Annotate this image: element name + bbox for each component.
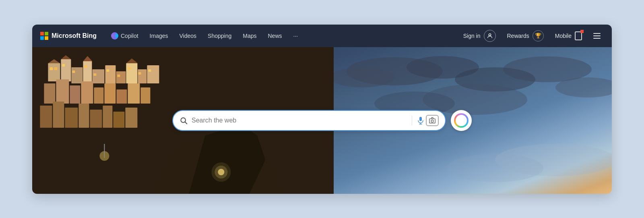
rewards-button[interactable]: Rewards 🏆 (504, 29, 547, 43)
svg-rect-37 (113, 112, 124, 128)
svg-rect-15 (83, 61, 92, 83)
svg-rect-52 (138, 72, 141, 75)
nav-item-news[interactable]: News (263, 29, 287, 42)
hamburger-line-2 (593, 35, 601, 36)
svg-rect-12 (48, 63, 60, 81)
mobile-button[interactable]: Mobile (552, 30, 585, 42)
nav-items: Copilot Images Videos Shopping Maps News… (106, 29, 460, 43)
svg-rect-53 (148, 69, 151, 72)
copilot-search-button[interactable] (451, 110, 472, 131)
copilot-icon (111, 32, 118, 39)
mobile-label: Mobile (555, 33, 572, 39)
search-divider (412, 116, 412, 125)
svg-point-67 (431, 120, 433, 122)
nav-item-videos[interactable]: Videos (175, 29, 202, 42)
svg-rect-46 (72, 71, 75, 73)
svg-rect-27 (104, 83, 116, 104)
svg-point-3 (330, 67, 394, 87)
svg-rect-49 (106, 69, 109, 72)
svg-rect-26 (94, 87, 103, 104)
svg-rect-38 (125, 108, 137, 128)
search-icon (180, 116, 188, 125)
nav-right: Sign in Rewards 🏆 Mobile (460, 28, 604, 44)
svg-rect-36 (103, 106, 112, 128)
svg-rect-63 (419, 117, 422, 121)
microphone-icon[interactable] (415, 114, 426, 127)
nav-item-images[interactable]: Images (145, 29, 173, 42)
svg-rect-28 (116, 89, 127, 104)
camera-search-icon[interactable] (426, 115, 439, 126)
nav-item-more-label: ··· (293, 33, 298, 39)
hamburger-menu[interactable] (590, 30, 604, 42)
search-bar (172, 110, 446, 131)
svg-point-0 (489, 33, 491, 35)
logo-area[interactable]: Microsoft Bing (40, 32, 97, 40)
svg-rect-25 (81, 81, 93, 104)
microsoft-logo (40, 32, 48, 40)
svg-rect-23 (56, 79, 69, 104)
navbar: Microsoft Bing Copilot Images Videos Sho… (32, 25, 612, 47)
svg-rect-45 (62, 64, 65, 66)
svg-point-10 (447, 154, 543, 182)
svg-rect-17 (105, 65, 116, 83)
svg-rect-29 (128, 83, 140, 104)
nav-item-shopping-label: Shopping (208, 33, 231, 39)
search-input[interactable] (192, 117, 409, 124)
hamburger-line-3 (593, 38, 601, 39)
rewards-label: Rewards (507, 33, 529, 39)
svg-rect-43 (50, 67, 53, 70)
svg-rect-47 (84, 65, 87, 68)
svg-rect-22 (44, 83, 55, 104)
nav-item-maps-label: Maps (243, 33, 256, 39)
nav-item-maps[interactable]: Maps (238, 29, 261, 42)
nav-item-videos-label: Videos (180, 33, 197, 39)
nav-item-more[interactable]: ··· (289, 29, 303, 42)
svg-rect-33 (65, 108, 78, 128)
svg-rect-18 (116, 71, 126, 83)
svg-rect-20 (138, 69, 147, 83)
svg-rect-13 (61, 59, 71, 81)
avatar-icon (484, 30, 496, 42)
svg-rect-21 (147, 65, 159, 83)
svg-rect-19 (126, 63, 137, 83)
notification-dot (580, 30, 584, 33)
svg-point-60 (211, 162, 231, 182)
nav-item-copilot-label: Copilot (121, 33, 138, 39)
svg-rect-34 (78, 104, 89, 128)
nav-item-news-label: News (268, 33, 282, 39)
svg-rect-48 (93, 73, 96, 76)
nav-item-shopping[interactable]: Shopping (203, 29, 236, 42)
nav-item-copilot[interactable]: Copilot (106, 29, 143, 43)
browser-window: Microsoft Bing Copilot Images Videos Sho… (32, 25, 612, 194)
svg-rect-51 (128, 67, 130, 70)
logo-text: Microsoft Bing (52, 32, 97, 39)
sign-in-label: Sign in (463, 33, 481, 39)
svg-rect-32 (53, 102, 64, 128)
svg-rect-35 (90, 110, 102, 128)
svg-rect-50 (117, 75, 120, 77)
sign-in-button[interactable]: Sign in (460, 28, 499, 44)
svg-rect-14 (71, 67, 83, 83)
svg-rect-31 (40, 106, 52, 128)
svg-rect-24 (70, 85, 80, 104)
nav-item-images-label: Images (150, 33, 168, 39)
search-container (172, 110, 472, 131)
svg-line-62 (185, 122, 187, 124)
copilot-orb-icon (454, 113, 469, 128)
hero-area (32, 47, 612, 194)
svg-rect-30 (140, 87, 150, 104)
svg-rect-44 (54, 67, 57, 70)
svg-rect-16 (92, 69, 104, 83)
hamburger-line-1 (593, 33, 601, 34)
trophy-icon: 🏆 (533, 30, 544, 42)
